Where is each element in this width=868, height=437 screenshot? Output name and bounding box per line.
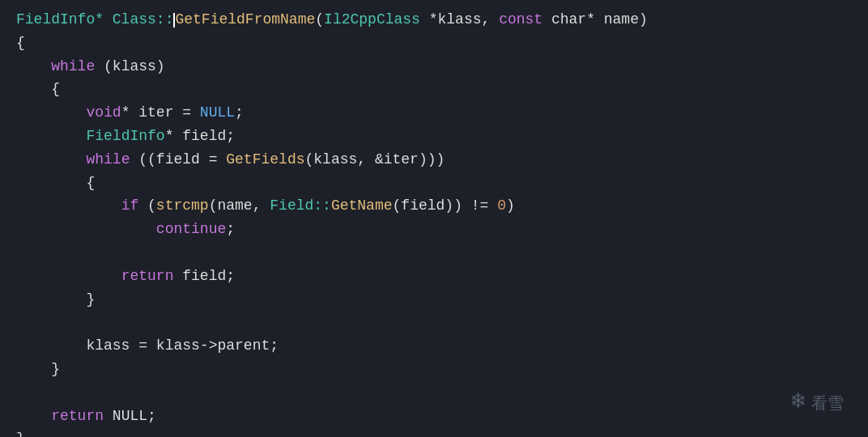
code-token: void bbox=[86, 104, 121, 121]
code-token: (klass) bbox=[95, 58, 164, 74]
code-token bbox=[16, 151, 86, 168]
code-line-4: { bbox=[16, 78, 852, 101]
code-token bbox=[16, 268, 121, 284]
code-token: FieldInfo* Class:: bbox=[16, 11, 173, 28]
code-line-14 bbox=[16, 311, 852, 334]
code-line-10: continue; bbox=[16, 218, 852, 241]
code-line-16: } bbox=[16, 358, 852, 381]
code-token: FieldInfo bbox=[86, 128, 164, 144]
code-line-17 bbox=[16, 381, 852, 405]
code-token bbox=[16, 408, 51, 424]
code-line-15: klass = klass->parent; bbox=[16, 334, 852, 358]
code-token: (field)) != bbox=[393, 197, 498, 214]
code-token: (name, bbox=[209, 197, 270, 214]
code-token: while bbox=[86, 151, 130, 168]
code-line-7: while ((field = GetFields(klass, &iter))… bbox=[16, 148, 852, 172]
code-token: * iter = bbox=[121, 104, 200, 121]
code-token: NULL; bbox=[104, 408, 156, 424]
code-token: ((field = bbox=[130, 151, 226, 168]
code-token: return bbox=[51, 408, 104, 424]
code-token: char* name) bbox=[542, 11, 648, 28]
code-line-5: void* iter = NULL; bbox=[16, 101, 852, 125]
code-token: ( bbox=[138, 197, 156, 214]
code-token: while bbox=[51, 58, 95, 74]
code-line-18: return NULL; bbox=[16, 405, 852, 428]
code-line-8: { bbox=[16, 172, 852, 195]
code-token: ) bbox=[506, 197, 515, 214]
code-line-12: return field; bbox=[16, 265, 852, 288]
code-token: if bbox=[121, 197, 139, 214]
code-token: * field; bbox=[165, 128, 235, 144]
code-token: ; bbox=[226, 221, 235, 237]
code-token bbox=[16, 104, 86, 121]
snowflake-icon: ❄ bbox=[791, 384, 805, 421]
code-token bbox=[16, 197, 121, 214]
code-editor: FieldInfo* Class::GetFieldFromName(Il2Cp… bbox=[0, 0, 868, 437]
code-token: klass = klass->parent; bbox=[16, 337, 279, 354]
code-line-2: { bbox=[16, 32, 852, 55]
code-token: ; bbox=[235, 104, 244, 121]
code-line-1: FieldInfo* Class::GetFieldFromName(Il2Cp… bbox=[16, 8, 852, 32]
code-token bbox=[16, 128, 86, 144]
code-token bbox=[16, 58, 51, 74]
code-token: NULL bbox=[200, 104, 235, 121]
code-line-6: FieldInfo* field; bbox=[16, 125, 852, 148]
code-token: } bbox=[16, 361, 60, 377]
code-block: FieldInfo* Class::GetFieldFromName(Il2Cp… bbox=[16, 8, 852, 437]
code-token: Il2CppClass bbox=[324, 11, 420, 28]
code-token: { bbox=[16, 35, 25, 51]
code-token: } bbox=[16, 291, 95, 308]
code-token: Field:: bbox=[270, 197, 331, 214]
code-token: GetName bbox=[331, 197, 393, 214]
code-line-13: } bbox=[16, 288, 852, 312]
code-token: { bbox=[16, 175, 95, 191]
watermark: ❄ 看雪 bbox=[791, 384, 844, 421]
code-token: continue bbox=[156, 221, 226, 237]
code-token: 0 bbox=[497, 197, 506, 214]
code-token: GetFieldFromName bbox=[175, 11, 315, 28]
code-token: GetFields bbox=[226, 151, 304, 168]
code-token: const bbox=[499, 11, 542, 28]
code-line-19: } bbox=[16, 427, 852, 437]
code-line-9: if (strcmp(name, Field::GetName(field)) … bbox=[16, 194, 852, 218]
code-token: { bbox=[16, 81, 60, 97]
watermark-text: 看雪 bbox=[811, 390, 844, 416]
code-line-3: while (klass) bbox=[16, 55, 852, 78]
code-token: (klass, &iter))) bbox=[304, 151, 445, 168]
code-token: *klass, bbox=[420, 11, 499, 28]
code-line-11 bbox=[16, 241, 852, 265]
code-token: return bbox=[121, 268, 174, 284]
code-token: ( bbox=[315, 11, 324, 28]
code-token: strcmp bbox=[156, 197, 209, 214]
code-token: field; bbox=[173, 268, 235, 284]
code-token: } bbox=[16, 431, 25, 437]
code-token bbox=[16, 221, 156, 237]
